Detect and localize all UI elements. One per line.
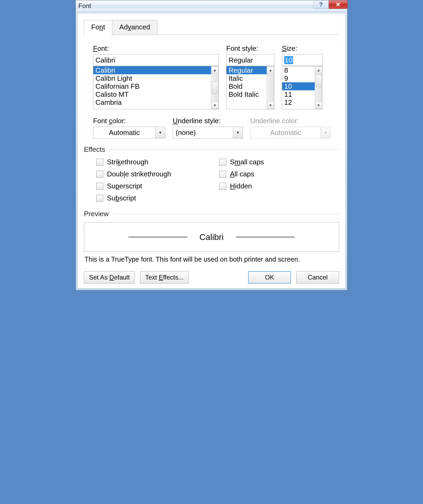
font-label: Font: — [93, 44, 219, 53]
scroll-up-icon[interactable]: ▲ — [267, 66, 274, 74]
scroll-down-icon[interactable]: ▼ — [315, 102, 322, 109]
checkbox-icon — [219, 159, 226, 166]
scroll-track[interactable] — [315, 74, 322, 102]
underline-style-column: Underline style: (none) ▼ — [173, 117, 243, 138]
checkbox-icon — [219, 171, 226, 178]
scroll-down-icon[interactable]: ▼ — [211, 102, 218, 109]
preview-box: Calibri — [84, 222, 339, 252]
size-input[interactable]: 10 — [282, 54, 322, 66]
preview-line-right — [236, 237, 295, 237]
font-list-items: Calibri Calibri Light Californian FB Cal… — [93, 66, 211, 109]
scroll-thumb[interactable] — [316, 75, 322, 87]
button-bar: Set As Default Text Effects... OK Cancel — [84, 271, 339, 284]
help-icon: ? — [319, 1, 323, 8]
scroll-up-icon[interactable]: ▲ — [211, 66, 218, 74]
close-button[interactable]: ✕ — [329, 0, 347, 9]
checkbox-icon — [96, 195, 103, 202]
chevron-down-icon: ▼ — [155, 127, 165, 138]
scroll-thumb[interactable] — [212, 82, 218, 94]
list-item[interactable]: Calibri Light — [93, 74, 211, 82]
checkbox-icon — [96, 171, 103, 178]
style-list-items: Regular Italic Bold Bold Italic — [226, 66, 267, 109]
checkbox-icon — [96, 159, 103, 166]
titlebar[interactable]: Font ? ✕ — [76, 0, 347, 11]
underline-color-label: Underline color: — [250, 117, 330, 125]
font-column: Font: Calibri Calibri Calibri Light Cali… — [93, 44, 219, 109]
font-listbox[interactable]: Calibri Calibri Light Californian FB Cal… — [93, 66, 219, 109]
preview-sample: Calibri — [199, 232, 224, 242]
scroll-track[interactable] — [211, 74, 218, 102]
scroll-up-icon[interactable]: ▲ — [315, 66, 322, 74]
tab-font[interactable]: Font — [84, 20, 112, 35]
font-input[interactable]: Calibri — [93, 54, 219, 66]
size-scrollbar[interactable]: ▲ ▼ — [315, 66, 322, 109]
effects-grid: Strikethrough Double strikethrough Super… — [84, 158, 339, 202]
window-buttons: ? ✕ — [313, 0, 347, 9]
font-color-combo[interactable]: Automatic ▼ — [93, 127, 165, 138]
subscript-checkbox[interactable]: Subscript — [96, 194, 171, 202]
style-label: Font style: — [226, 44, 274, 53]
client-area: Font Advanced Font: Calibri Calibri Cali… — [77, 13, 346, 289]
style-input[interactable]: Regular — [226, 54, 274, 66]
chevron-down-icon: ▼ — [321, 127, 330, 138]
scroll-down-icon[interactable]: ▼ — [267, 102, 274, 109]
preview-group-title: Preview — [84, 210, 339, 218]
list-item[interactable]: Californian FB — [93, 82, 211, 90]
list-item[interactable]: Bold — [226, 82, 267, 90]
cancel-button[interactable]: Cancel — [296, 271, 339, 284]
tabstrip: Font Advanced — [84, 20, 339, 35]
client-frame: Font Advanced Font: Calibri Calibri Cali… — [76, 11, 347, 290]
list-item[interactable]: Cambria — [93, 98, 211, 106]
checkbox-icon — [96, 183, 103, 190]
set-as-default-button[interactable]: Set As Default — [84, 271, 135, 284]
help-button[interactable]: ? — [313, 0, 329, 9]
font-color-column: Font color: Automatic ▼ — [93, 117, 165, 138]
underline-style-label: Underline style: — [173, 117, 243, 125]
tab-advanced[interactable]: Advanced — [112, 20, 157, 35]
style-column: Font style: Regular Regular Italic Bold … — [226, 44, 274, 109]
list-item[interactable]: 12 — [282, 98, 315, 106]
font-scrollbar[interactable]: ▲ ▼ — [211, 66, 218, 109]
scroll-track[interactable] — [267, 74, 274, 102]
preview-note: This is a TrueType font. This font will … — [84, 255, 339, 263]
underline-style-combo[interactable]: (none) ▼ — [173, 127, 243, 138]
list-item[interactable]: 11 — [282, 90, 315, 98]
effects-col-right: Small caps All caps Hidden — [219, 158, 264, 202]
preview-line-left — [128, 237, 187, 237]
underline-color-column: Underline color: Automatic ▼ — [250, 117, 330, 138]
size-list-items: 8 9 10 11 12 — [282, 66, 315, 109]
size-label: Size: — [282, 44, 322, 53]
ok-button[interactable]: OK — [248, 271, 291, 284]
style-scrollbar[interactable]: ▲ ▼ — [267, 66, 274, 109]
text-effects-button[interactable]: Text Effects... — [140, 271, 189, 284]
small-caps-checkbox[interactable]: Small caps — [219, 158, 264, 166]
list-item[interactable]: 8 — [282, 66, 315, 74]
effects-group-title: Effects — [84, 145, 339, 154]
list-item[interactable]: Italic — [226, 74, 267, 82]
font-dialog: Font ? ✕ Font Advanced Font: — [75, 0, 348, 290]
list-item[interactable]: Calibri — [93, 66, 211, 74]
all-caps-checkbox[interactable]: All caps — [219, 170, 264, 178]
effects-col-left: Strikethrough Double strikethrough Super… — [96, 158, 171, 202]
hidden-checkbox[interactable]: Hidden — [219, 182, 264, 190]
style-listbox[interactable]: Regular Italic Bold Bold Italic ▲ ▼ — [226, 66, 274, 109]
list-item[interactable]: Calisto MT — [93, 90, 211, 98]
divider — [112, 214, 339, 214]
font-style-size-row: Font: Calibri Calibri Calibri Light Cali… — [84, 44, 339, 109]
window-title: Font — [78, 2, 91, 10]
chevron-down-icon: ▼ — [233, 127, 243, 138]
checkbox-icon — [219, 183, 226, 190]
superscript-checkbox[interactable]: Superscript — [96, 182, 171, 190]
list-item[interactable]: 10 — [282, 82, 315, 90]
list-item[interactable]: 9 — [282, 74, 315, 82]
size-listbox[interactable]: 8 9 10 11 12 ▲ ▼ — [282, 66, 322, 109]
list-item[interactable]: Bold Italic — [226, 90, 267, 98]
double-strikethrough-checkbox[interactable]: Double strikethrough — [96, 170, 171, 178]
underline-color-combo: Automatic ▼ — [250, 127, 330, 138]
font-color-label: Font color: — [93, 117, 165, 125]
size-column: Size: 10 8 9 10 11 12 ▲ — [282, 44, 322, 109]
dropdown-row: Font color: Automatic ▼ Underline style:… — [84, 117, 339, 138]
strikethrough-checkbox[interactable]: Strikethrough — [96, 158, 171, 166]
list-item[interactable]: Regular — [226, 66, 267, 74]
divider — [109, 149, 339, 150]
